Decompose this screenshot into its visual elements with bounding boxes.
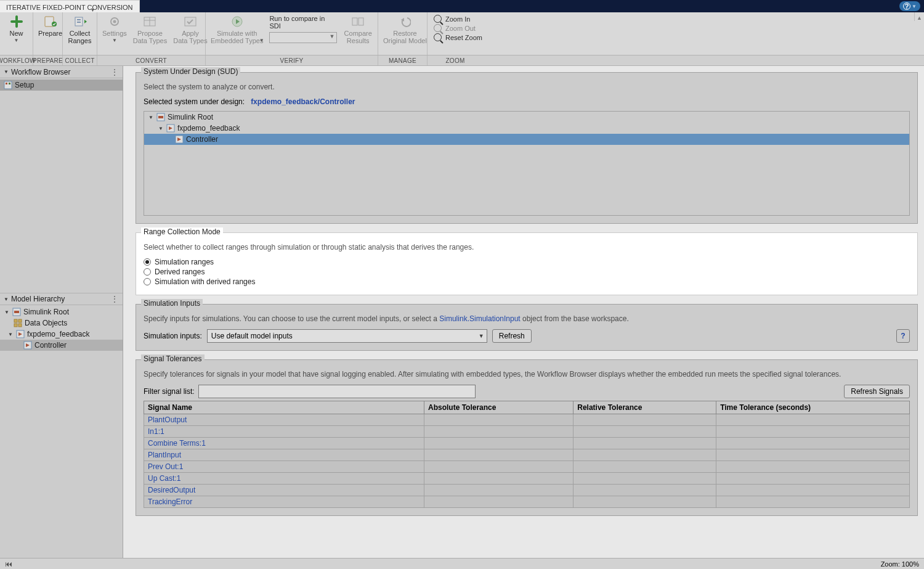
collapse-icon[interactable]: ▼ — [4, 69, 9, 75]
simulate-embedded-button[interactable]: Simulate with Embedded Types▼ — [211, 15, 263, 51]
rel-tol-cell[interactable] — [573, 449, 716, 461]
col-abs-tol[interactable]: Absolute Tolerance — [424, 401, 573, 414]
time-tol-cell[interactable] — [716, 438, 910, 449]
time-tol-cell[interactable] — [716, 414, 910, 426]
table-row[interactable]: PlantInput — [144, 449, 910, 461]
expand-icon[interactable]: ▼ — [7, 332, 14, 337]
rel-tol-cell[interactable] — [573, 496, 716, 508]
rel-tol-cell[interactable] — [573, 473, 716, 485]
signal-name-cell[interactable]: Prev Out:1 — [144, 461, 424, 473]
sim-inputs-refresh-button[interactable]: Refresh — [492, 329, 532, 343]
range-mode-desc: Select whether to collect ranges through… — [144, 243, 910, 252]
compare-results-button[interactable]: Compare Results — [343, 15, 373, 44]
table-row[interactable]: In1:1 — [144, 426, 910, 438]
apply-types-button[interactable]: Apply Data Types — [173, 15, 207, 44]
abs-tol-cell[interactable] — [424, 461, 573, 473]
panel-options-icon[interactable]: ⋮ — [111, 295, 119, 303]
radio-label: Simulation ranges — [155, 258, 214, 266]
sud-selected-path-link[interactable]: fxpdemo_feedback/Controller — [251, 97, 355, 106]
signal-name-cell[interactable]: Up Cast:1 — [144, 473, 424, 485]
col-signal-name[interactable]: Signal Name — [144, 401, 424, 414]
time-tol-cell[interactable] — [716, 449, 910, 461]
main-content: System Under Design (SUD) Select the sys… — [123, 66, 924, 558]
col-rel-tol[interactable]: Relative Tolerance — [573, 401, 716, 414]
sud-tree-controller[interactable]: Controller — [144, 134, 909, 145]
gear-icon — [108, 15, 121, 28]
filter-signal-input[interactable] — [198, 385, 476, 398]
radio-sim-with-derived[interactable]: Simulation with derived ranges — [144, 277, 910, 286]
table-row[interactable]: DesiredOutput — [144, 485, 910, 496]
sud-tree-root[interactable]: ▼ Simulink Root — [144, 112, 909, 123]
abs-tol-cell[interactable] — [424, 449, 573, 461]
expand-icon[interactable]: ▼ — [158, 126, 164, 131]
refresh-signals-button[interactable]: Refresh Signals — [844, 385, 910, 398]
abs-tol-cell[interactable] — [424, 438, 573, 449]
restore-label: Restore Original Model — [383, 30, 427, 44]
tree-data-objects[interactable]: Data Objects — [0, 317, 123, 329]
sim-inputs-help-button[interactable]: ? — [896, 329, 910, 343]
apply-label: Apply Data Types — [173, 30, 207, 44]
settings-button[interactable]: Settings ▼ — [102, 15, 127, 43]
workflow-step-setup[interactable]: Setup — [0, 80, 123, 91]
prepare-button[interactable]: Prepare — [38, 15, 62, 37]
radio-derived-ranges[interactable]: Derived ranges — [144, 268, 910, 276]
collapse-icon[interactable]: ▼ — [4, 297, 9, 302]
abs-tol-cell[interactable] — [424, 473, 573, 485]
svg-rect-22 — [14, 319, 17, 322]
collapse-ribbon-button[interactable]: ▲ — [914, 12, 924, 21]
app-tab[interactable]: ITERATIVE FIXED-POINT CONVERSION — [0, 0, 140, 12]
collect-ranges-button[interactable]: Collect Ranges▼ — [68, 15, 92, 44]
tree-simulink-root[interactable]: ▼ Simulink Root — [0, 306, 123, 317]
table-row[interactable]: Up Cast:1 — [144, 473, 910, 485]
rel-tol-cell[interactable] — [573, 438, 716, 449]
zoom-in-button[interactable]: Zoom In — [434, 15, 482, 23]
sud-tree-model[interactable]: ▼ fxpdemo_feedback — [144, 123, 909, 134]
propose-types-button[interactable]: Propose Data Types — [133, 15, 167, 44]
tree-controller[interactable]: Controller — [0, 340, 123, 351]
tree-model[interactable]: ▼ fxpdemo_feedback — [0, 329, 123, 340]
abs-tol-cell[interactable] — [424, 485, 573, 496]
zoom-out-button[interactable]: Zoom Out — [434, 24, 482, 32]
radio-simulation-ranges[interactable]: Simulation ranges — [144, 258, 910, 266]
time-tol-cell[interactable] — [716, 426, 910, 438]
rel-tol-cell[interactable] — [573, 414, 716, 426]
subsystem-icon — [23, 341, 32, 350]
help-dropdown[interactable]: ? ▼ — [899, 1, 920, 11]
table-row[interactable]: TrackingError — [144, 496, 910, 508]
new-button[interactable]: New ▼ — [5, 15, 28, 43]
signal-name-cell[interactable]: PlantOutput — [144, 414, 424, 426]
signal-name-cell[interactable]: In1:1 — [144, 426, 424, 438]
simulink-input-link[interactable]: Simulink.SimulationInput — [439, 314, 520, 323]
abs-tol-cell[interactable] — [424, 414, 573, 426]
time-tol-cell[interactable] — [716, 461, 910, 473]
plus-icon — [10, 15, 23, 28]
signal-name-cell[interactable]: PlantInput — [144, 449, 424, 461]
table-row[interactable]: Combine Terms:1 — [144, 438, 910, 449]
rel-tol-cell[interactable] — [573, 461, 716, 473]
time-tol-cell[interactable] — [716, 473, 910, 485]
time-tol-cell[interactable] — [716, 485, 910, 496]
table-row[interactable]: PlantOutput — [144, 414, 910, 426]
panel-options-icon[interactable]: ⋮ — [111, 68, 119, 76]
col-time-tol[interactable]: Time Tolerance (seconds) — [716, 401, 910, 414]
signal-name-cell[interactable]: TrackingError — [144, 496, 424, 508]
abs-tol-cell[interactable] — [424, 426, 573, 438]
time-tol-cell[interactable] — [716, 496, 910, 508]
signal-name-cell[interactable]: Combine Terms:1 — [144, 438, 424, 449]
play-icon — [230, 15, 244, 28]
restore-model-button[interactable]: Restore Original Model — [383, 15, 427, 44]
signal-name-cell[interactable]: DesiredOutput — [144, 485, 424, 496]
rel-tol-cell[interactable] — [573, 485, 716, 496]
sud-desc: Select the system to analyze or convert. — [144, 83, 910, 91]
sim-inputs-select[interactable]: Use default model inputs▼ — [207, 329, 487, 343]
svg-rect-24 — [14, 324, 17, 327]
radio-icon — [144, 258, 151, 266]
expand-icon[interactable]: ▼ — [148, 115, 154, 120]
rel-tol-cell[interactable] — [573, 426, 716, 438]
run-sdi-combo[interactable] — [269, 32, 337, 43]
go-first-button[interactable]: ⏮ — [5, 560, 12, 568]
expand-icon[interactable]: ▼ — [4, 309, 10, 315]
abs-tol-cell[interactable] — [424, 496, 573, 508]
reset-zoom-button[interactable]: Reset Zoom — [434, 33, 482, 41]
table-row[interactable]: Prev Out:1 — [144, 461, 910, 473]
